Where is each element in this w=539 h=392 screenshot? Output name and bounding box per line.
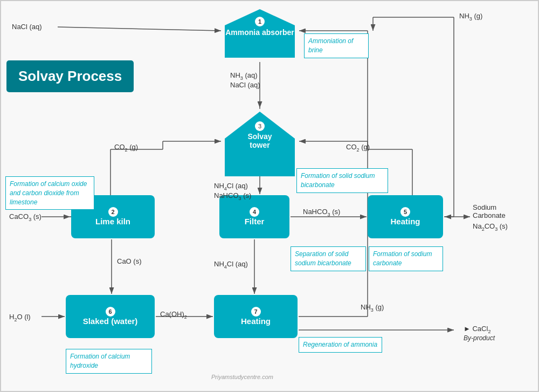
nahco3-s-label: NaHCO3 (s) bbox=[214, 191, 251, 201]
solvay-tower-content: 3 Solvaytower bbox=[222, 121, 298, 149]
nahco3-s2-label: NaHCO3 (s) bbox=[303, 208, 340, 217]
node7-label: Heating bbox=[241, 317, 271, 326]
cacl2-label: ► CaCl2 bbox=[464, 325, 490, 334]
nacl-aq-top-label: NaCl (aq) bbox=[12, 23, 42, 31]
annotation-calcium-oxide: Formation of calcium oxide and carbon di… bbox=[5, 176, 94, 210]
nh3-g2-label: NH3 (g) bbox=[361, 303, 384, 313]
node4-label: Filter bbox=[245, 217, 265, 226]
filter-box: 4 Filter bbox=[219, 195, 289, 238]
co2-g-left-label: CO2 (g) bbox=[114, 143, 138, 153]
heating7-box: 7 Heating bbox=[214, 295, 298, 338]
node3-label: Solvaytower bbox=[222, 132, 298, 149]
nacl-aq2-label: NaCl (aq) bbox=[230, 81, 260, 89]
na2co3-s-label: Na2CO3 (s) bbox=[473, 222, 508, 232]
h2o-l-label: H2O (l) bbox=[9, 313, 31, 322]
node6-label: Slaked (water) bbox=[83, 317, 138, 326]
annotation-separation: Separation of solid sodium bicarbonate bbox=[291, 246, 366, 271]
annotation-regeneration: Regeneration of ammonia bbox=[299, 337, 382, 353]
sodium-carbonate-label: SodiumCarbonate bbox=[473, 203, 506, 219]
co2-g-right-label: CO2 (g) bbox=[346, 143, 370, 153]
diagram-container: Solvay Process 1 Ammonia absorber 3 Solv… bbox=[0, 0, 539, 392]
heating5-box: 5 Heating bbox=[368, 195, 443, 238]
node1-number: 1 bbox=[255, 17, 265, 26]
caco3-s-label: CaCO3 (s) bbox=[9, 212, 42, 222]
node5-label: Heating bbox=[390, 217, 420, 226]
annotation-sodium-carbonate-form: Formation of sodium carbonate bbox=[369, 246, 443, 271]
by-product-label: By-product bbox=[464, 334, 495, 342]
node5-number: 5 bbox=[400, 207, 410, 217]
node2-label: Lime kiln bbox=[95, 217, 130, 226]
ca-oh2-label: Ca(OH)2 bbox=[160, 310, 187, 320]
slaked-box: 6 Slaked (water) bbox=[66, 295, 155, 338]
ammonia-absorber-content: 1 Ammonia absorber bbox=[222, 16, 298, 37]
nh4cl-aq-label: NH4Cl (aq) bbox=[214, 182, 248, 191]
ammonia-absorber-box: 1 Ammonia absorber bbox=[222, 6, 298, 60]
nh3-g-top-label: NH3 (g) bbox=[459, 12, 482, 22]
annotation-calcium-hydroxide: Formation of calcium hydroxide bbox=[66, 349, 152, 374]
nh3-aq-label: NH3 (aq) bbox=[230, 71, 258, 81]
solvay-tower-box: 3 Solvaytower bbox=[222, 109, 298, 174]
node7-number: 7 bbox=[251, 307, 261, 317]
node2-number: 2 bbox=[108, 207, 118, 217]
title-text: Solvay Process bbox=[18, 68, 122, 84]
nh4cl-aq2-label: NH4Cl (aq) bbox=[214, 260, 248, 270]
annotation-ammoniation: Ammoniation of brine bbox=[304, 33, 369, 58]
annotation-solid-sodium: Formation of solid sodium bicarbonate bbox=[296, 168, 388, 193]
svg-line-2 bbox=[58, 27, 221, 31]
title-box: Solvay Process bbox=[6, 60, 134, 92]
node1-label: Ammonia absorber bbox=[222, 27, 298, 37]
watermark: Priyamstudycentre.com bbox=[211, 374, 273, 380]
node6-number: 6 bbox=[106, 307, 115, 317]
node4-number: 4 bbox=[250, 207, 259, 217]
cao-s-label: CaO (s) bbox=[117, 257, 142, 265]
node3-number: 3 bbox=[255, 121, 265, 131]
